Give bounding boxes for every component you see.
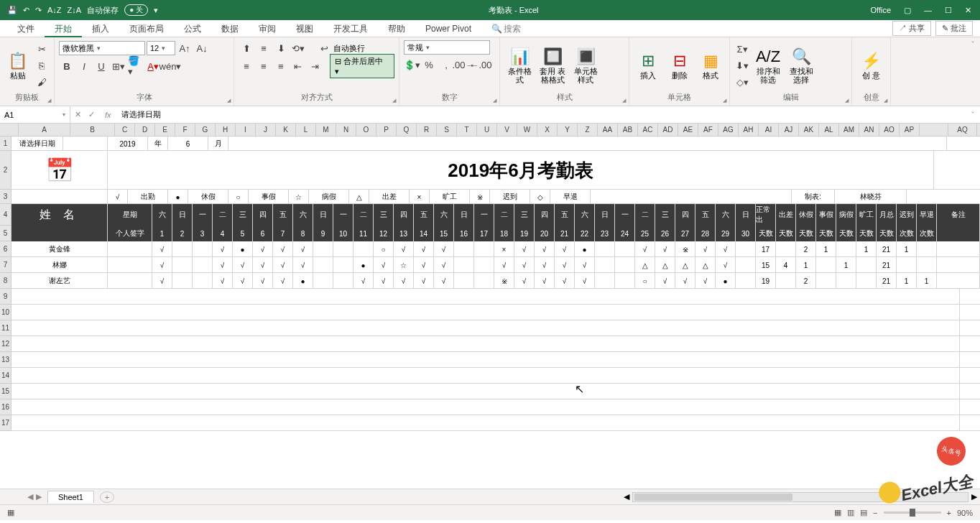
row-header[interactable]: 9 <box>0 289 11 305</box>
col-header[interactable]: AQ <box>948 124 977 136</box>
row-header[interactable]: 13 <box>0 352 11 368</box>
zoom-out-icon[interactable]: − <box>873 509 877 517</box>
add-sheet-icon[interactable]: + <box>100 491 114 503</box>
col-header[interactable]: S <box>437 124 457 136</box>
collapse-ribbon-icon[interactable]: ˇ <box>966 37 980 106</box>
border-icon[interactable]: ⊞▾ <box>111 58 126 74</box>
accept-formula-icon[interactable]: ✓ <box>88 110 95 119</box>
horizontal-scrollbar[interactable]: ◀ ▶ <box>621 492 980 502</box>
col-header[interactable]: K <box>276 124 296 136</box>
percent-icon[interactable]: % <box>421 57 437 73</box>
zoom-in-icon[interactable]: + <box>947 509 951 517</box>
worksheet-area[interactable]: ABCDEFGHIJKLMNOPQRSTUVWXYZAAABACADAEAFAG… <box>0 124 980 489</box>
col-header[interactable]: H <box>216 124 236 136</box>
italic-icon[interactable]: I <box>76 58 92 74</box>
increase-font-icon[interactable]: A↑ <box>177 40 193 56</box>
minimize-icon[interactable]: — <box>924 6 932 14</box>
col-header[interactable]: R <box>417 124 437 136</box>
col-header[interactable]: G <box>195 124 216 136</box>
row-header[interactable]: 16 <box>0 399 11 415</box>
col-header[interactable]: E <box>155 124 175 136</box>
col-header[interactable]: AB <box>618 124 638 136</box>
row-header[interactable]: 10 <box>0 305 11 320</box>
col-header[interactable]: AG <box>718 124 739 136</box>
fill-color-icon[interactable]: 🪣▾ <box>128 58 144 74</box>
autosum-icon[interactable]: Σ▾ <box>734 41 750 57</box>
format-button[interactable]: ▦格式 <box>696 50 725 81</box>
col-header[interactable]: AA <box>598 124 618 136</box>
font-name-combo[interactable]: 微软雅黑 <box>59 41 145 55</box>
col-header[interactable]: AC <box>638 124 658 136</box>
delete-button[interactable]: ⊟删除 <box>665 50 694 81</box>
tab-formula[interactable]: 公式 <box>174 20 211 37</box>
tab-help[interactable]: 帮助 <box>378 20 415 37</box>
tab-dev[interactable]: 开发工具 <box>323 20 378 37</box>
cond-format-button[interactable]: 📊条件格式 <box>504 45 535 85</box>
tab-data[interactable]: 数据 <box>211 20 249 37</box>
number-format-combo[interactable]: 常规 <box>404 40 490 55</box>
dec-decimal-icon[interactable]: ←.00 <box>473 57 489 73</box>
cancel-formula-icon[interactable]: ✕ <box>75 110 81 119</box>
zoom-slider[interactable] <box>884 512 941 514</box>
align-right-icon[interactable]: ≡ <box>273 58 289 74</box>
redo-icon[interactable]: ↷ <box>35 6 42 15</box>
tab-layout[interactable]: 页面布局 <box>119 20 174 37</box>
col-header[interactable]: V <box>497 124 517 136</box>
paste-button[interactable]: 📋粘贴 <box>4 50 31 81</box>
col-header[interactable]: F <box>175 124 195 136</box>
row-header[interactable]: 6 <box>0 241 11 257</box>
row-header[interactable]: 17 <box>0 415 11 431</box>
clear-icon[interactable]: ◇▾ <box>734 74 750 90</box>
row-header[interactable]: 1 <box>0 136 11 151</box>
find-select-button[interactable]: 🔍查找和选择 <box>786 45 816 85</box>
view-normal-icon[interactable]: ▦ <box>834 508 841 517</box>
row-header[interactable]: 12 <box>0 336 11 352</box>
row-header[interactable]: 7 <box>0 257 11 273</box>
currency-icon[interactable]: 💲▾ <box>404 57 420 73</box>
indent-dec-icon[interactable]: ⇤ <box>290 58 306 74</box>
col-header[interactable]: AI <box>759 124 779 136</box>
next-sheet-icon[interactable]: ▶ <box>36 492 42 501</box>
col-header[interactable]: P <box>376 124 397 136</box>
save-icon[interactable]: 💾 <box>7 6 17 15</box>
col-header[interactable]: Y <box>558 124 578 136</box>
bold-icon[interactable]: B <box>59 58 75 74</box>
merge-center-button[interactable]: ⊟ 合并后居中 ▾ <box>330 54 394 78</box>
col-header[interactable]: AJ <box>779 124 799 136</box>
col-header[interactable]: AM <box>839 124 859 136</box>
col-header[interactable]: U <box>477 124 497 136</box>
close-icon[interactable]: ✕ <box>965 6 971 15</box>
col-header[interactable]: AP <box>900 124 920 136</box>
tab-home[interactable]: 开始 <box>45 20 82 37</box>
orientation-icon[interactable]: ⟲▾ <box>290 40 306 56</box>
tab-file[interactable]: 文件 <box>7 20 45 37</box>
col-header[interactable]: N <box>336 124 356 136</box>
name-box[interactable]: A1 <box>0 106 70 124</box>
align-mid-icon[interactable]: ≡ <box>256 40 272 56</box>
row-header[interactable]: 4 <box>0 204 11 226</box>
col-header[interactable]: M <box>316 124 336 136</box>
row-header[interactable]: 3 <box>0 190 11 204</box>
undo-icon[interactable]: ↶ <box>23 6 29 15</box>
col-header[interactable]: C <box>115 124 135 136</box>
share-button[interactable]: ↗ 共享 <box>892 21 931 36</box>
col-header[interactable]: AL <box>819 124 839 136</box>
row-header[interactable]: 2 <box>0 151 11 190</box>
fill-icon[interactable]: ⬇▾ <box>734 57 750 73</box>
font-size-combo[interactable]: 12 <box>147 41 175 55</box>
col-header[interactable]: I <box>236 124 256 136</box>
sheet-tab[interactable]: Sheet1 <box>47 491 94 503</box>
align-bot-icon[interactable]: ⬇ <box>273 40 289 56</box>
sort-filter-button[interactable]: A/Z排序和筛选 <box>753 45 783 85</box>
select-all-corner[interactable] <box>0 124 19 136</box>
row-header[interactable]: 11 <box>0 320 11 336</box>
col-header[interactable]: T <box>457 124 477 136</box>
col-header[interactable]: J <box>256 124 276 136</box>
row-header[interactable]: 5 <box>0 226 11 241</box>
row-header[interactable]: 15 <box>0 384 11 399</box>
tab-review[interactable]: 审阅 <box>249 20 286 37</box>
row-header[interactable]: 8 <box>0 273 11 289</box>
col-header[interactable]: AD <box>658 124 678 136</box>
col-header[interactable]: A <box>19 124 70 136</box>
comment-button[interactable]: ✎ 批注 <box>935 21 973 36</box>
